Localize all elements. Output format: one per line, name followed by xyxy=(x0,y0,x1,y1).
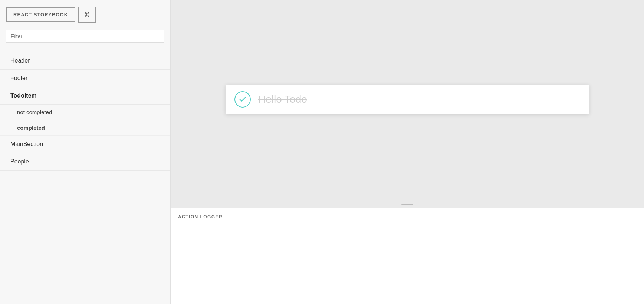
todo-card: Hello Todo xyxy=(226,85,589,114)
sidebar-item-completed[interactable]: completed xyxy=(0,120,170,136)
sidebar: REACT STORYBOOK ⌘ Header Footer TodoItem… xyxy=(0,0,171,304)
filter-container xyxy=(0,29,170,49)
drag-handle-area xyxy=(171,199,644,208)
sidebar-item-label: MainSection xyxy=(10,141,43,148)
filter-input[interactable] xyxy=(6,30,164,43)
sidebar-nav: Header Footer TodoItem not completed com… xyxy=(0,49,170,304)
sidebar-item-mainsection[interactable]: MainSection xyxy=(0,136,170,153)
sidebar-sub-item-label: completed xyxy=(17,125,45,131)
sidebar-item-label: TodoItem xyxy=(10,92,37,99)
sidebar-header: REACT STORYBOOK ⌘ xyxy=(0,0,170,29)
todo-checkbox[interactable] xyxy=(234,91,251,108)
preview-area: Hello Todo xyxy=(171,0,644,199)
sidebar-item-people[interactable]: People xyxy=(0,153,170,171)
action-logger: ACTION LOGGER xyxy=(171,208,644,304)
sidebar-sub-item-label: not completed xyxy=(17,109,52,115)
sidebar-item-todoitem[interactable]: TodoItem xyxy=(0,87,170,105)
drag-line-1 xyxy=(401,202,413,202)
drag-line-2 xyxy=(401,204,413,205)
checkmark-icon xyxy=(239,95,247,103)
action-logger-title: ACTION LOGGER xyxy=(178,214,223,219)
sidebar-item-label: Footer xyxy=(10,75,27,82)
sidebar-item-label: Header xyxy=(10,57,30,64)
sidebar-item-footer[interactable]: Footer xyxy=(0,70,170,87)
action-logger-header: ACTION LOGGER xyxy=(171,208,644,225)
cmd-button[interactable]: ⌘ xyxy=(78,7,96,23)
sidebar-item-header[interactable]: Header xyxy=(0,52,170,70)
todo-text: Hello Todo xyxy=(258,93,307,105)
storybook-button[interactable]: REACT STORYBOOK xyxy=(6,7,75,22)
main-area: Hello Todo ACTION LOGGER xyxy=(171,0,644,304)
sidebar-item-label: People xyxy=(10,158,29,165)
sidebar-item-not-completed[interactable]: not completed xyxy=(0,105,170,120)
action-logger-body xyxy=(171,225,644,304)
drag-handle[interactable] xyxy=(401,202,413,205)
